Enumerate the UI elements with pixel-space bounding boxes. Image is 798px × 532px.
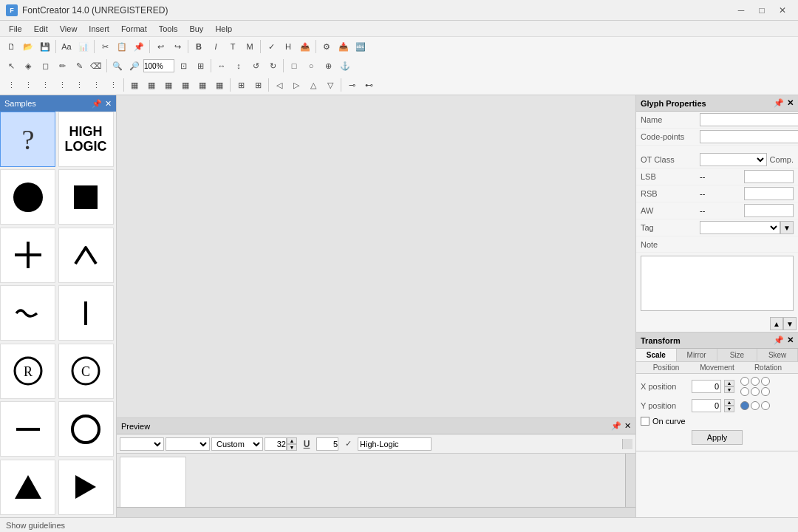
preview-dropdown-2[interactable] (166, 437, 210, 451)
tb-grid1[interactable]: ▦ (126, 77, 143, 93)
tab-mirror[interactable]: Mirror (677, 349, 717, 361)
y-radio-3[interactable] (761, 401, 770, 410)
tb-snap2[interactable]: ⊞ (250, 77, 266, 93)
preview-dropdown-1[interactable] (120, 437, 164, 451)
tab-scale[interactable]: Scale (636, 349, 677, 361)
x-radio-4[interactable] (740, 387, 749, 396)
note-scroll-up[interactable]: ▲ (770, 317, 783, 330)
tb-generate[interactable]: ⚙ (318, 38, 335, 55)
menu-edit[interactable]: Edit (28, 23, 54, 35)
tb-ellipse[interactable]: ○ (303, 58, 319, 74)
y-pos-up[interactable]: ▲ (724, 399, 734, 406)
x-pos-up[interactable]: ▲ (724, 380, 734, 386)
y-position-input[interactable] (692, 399, 721, 412)
preview-scrollbar-h[interactable] (117, 507, 635, 517)
tb-fit[interactable]: ⊡ (175, 58, 191, 74)
prop-lsb-input[interactable] (744, 170, 794, 183)
menu-insert[interactable]: Insert (83, 23, 115, 35)
font-size-down[interactable]: ▼ (287, 444, 297, 451)
samples-pin-icon[interactable]: 📌 (92, 99, 102, 109)
sample-plus[interactable] (0, 228, 55, 283)
tb-redo[interactable]: ↪ (169, 38, 185, 55)
x-radio-3[interactable] (761, 377, 770, 386)
close-button[interactable]: ✕ (773, 3, 792, 18)
menu-tools[interactable]: Tools (153, 23, 184, 35)
tb-rotate-l[interactable]: ↺ (248, 58, 264, 74)
on-curve-checkbox[interactable] (641, 417, 649, 426)
x-position-input[interactable] (692, 380, 721, 393)
minimize-button[interactable]: ─ (732, 3, 751, 18)
preview-close-icon[interactable]: ✕ (624, 421, 631, 431)
tb-bold[interactable]: B (191, 38, 207, 55)
font-size-up[interactable]: ▲ (287, 437, 297, 444)
prop-note-textarea[interactable] (641, 256, 794, 311)
menu-help[interactable]: Help (209, 23, 238, 35)
glyph-props-pin[interactable]: 📌 (774, 98, 784, 108)
sample-play[interactable] (58, 460, 114, 515)
tb-align1[interactable]: ◁ (271, 77, 287, 93)
tb-glyphs[interactable]: Aa (58, 38, 75, 55)
x-radio-2[interactable] (751, 377, 760, 386)
zoom-input[interactable] (143, 59, 174, 72)
tb-grid4[interactable]: ▦ (177, 77, 194, 93)
x-radio-5[interactable] (751, 387, 760, 396)
tb-select[interactable]: ↖ (3, 58, 19, 74)
x-pos-down[interactable]: ▼ (724, 386, 734, 393)
tb-dist1[interactable]: ⊸ (344, 77, 360, 93)
sample-circle-filled[interactable] (0, 169, 55, 225)
tb-cut[interactable]: ✂ (97, 38, 113, 55)
sample-triangle-up[interactable] (0, 460, 55, 515)
prop-codepoints-input[interactable] (700, 130, 798, 143)
x-radio-1[interactable] (740, 377, 749, 386)
preview-pin-icon[interactable]: 📌 (611, 421, 621, 431)
preview-scrollbar-v[interactable] (625, 454, 635, 507)
y-radio-2[interactable] (751, 401, 760, 410)
tb-dist2[interactable]: ⊷ (361, 77, 377, 93)
tb-r6[interactable]: ⋮ (88, 77, 104, 93)
preview-custom-select[interactable]: Custom (211, 437, 263, 451)
transform-pin[interactable]: 📌 (774, 335, 784, 345)
menu-file[interactable]: File (3, 23, 28, 35)
tb-rotate-r[interactable]: ↻ (265, 58, 281, 74)
tb-pen[interactable]: ✏ (54, 58, 70, 74)
prop-otclass-select[interactable] (700, 153, 767, 166)
tb-mirror-v[interactable]: ↕ (231, 58, 247, 74)
tb-export[interactable]: 📤 (297, 38, 313, 55)
tb-grid2[interactable]: ▦ (143, 77, 160, 93)
sample-question[interactable]: ? (0, 112, 55, 167)
glyph-props-close[interactable]: ✕ (787, 98, 794, 108)
sample-ring[interactable] (58, 401, 114, 457)
preview-size-2[interactable] (316, 437, 338, 451)
sample-caret[interactable] (58, 228, 114, 283)
tb-copy[interactable]: 📋 (114, 38, 130, 55)
preview-font-name[interactable] (358, 437, 432, 451)
maximize-button[interactable]: □ (752, 3, 771, 18)
tb-mirror-h[interactable]: ↔ (214, 58, 230, 74)
sample-dash[interactable] (0, 401, 55, 457)
sample-tilde[interactable] (0, 285, 55, 341)
tb-align3[interactable]: △ (305, 77, 321, 93)
tb-install[interactable]: 📥 (335, 38, 352, 55)
tb-zoom-in[interactable]: 🔍 (109, 58, 126, 74)
tb-test[interactable]: 🔤 (352, 38, 369, 55)
preview-underline-btn[interactable]: U (299, 436, 315, 452)
tb-r3[interactable]: ⋮ (37, 77, 53, 93)
tb-rect[interactable]: □ (286, 58, 302, 74)
tb-snap1[interactable]: ⊞ (233, 77, 249, 93)
tb-r5[interactable]: ⋮ (71, 77, 87, 93)
tab-size[interactable]: Size (717, 349, 758, 361)
samples-close-icon[interactable]: ✕ (105, 99, 112, 109)
menu-buy[interactable]: Buy (183, 23, 209, 35)
y-pos-down[interactable]: ▼ (724, 406, 734, 412)
sample-pipe[interactable] (58, 285, 114, 341)
apply-button[interactable]: Apply (692, 430, 743, 445)
tb-open[interactable]: 📂 (20, 38, 36, 55)
tb-r7[interactable]: ⋮ (105, 77, 121, 93)
tb-validate[interactable]: ✓ (263, 38, 279, 55)
tb-paste[interactable]: 📌 (131, 38, 147, 55)
tb-grid5[interactable]: ▦ (194, 77, 211, 93)
tb-anchor[interactable]: ⚓ (337, 58, 353, 74)
tb-pencil[interactable]: ✎ (71, 58, 87, 74)
tb-actual[interactable]: ⊞ (192, 58, 208, 74)
sample-logo[interactable]: HIGHLOGIC (58, 112, 114, 167)
